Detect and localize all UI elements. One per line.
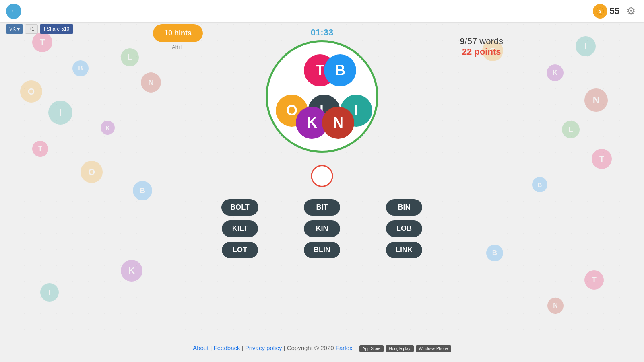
about-link[interactable]: About [193,344,208,351]
word-BOLT: BOLT [221,199,258,216]
heart-icon: ♥ [17,26,20,32]
coin-icon: $ [593,4,607,19]
back-icon: ← [10,7,17,15]
footer: About | Feedback | Privacy policy | Copy… [0,344,644,352]
settings-button[interactable]: ⚙ [623,4,638,19]
word-BIN: BIN [386,199,422,216]
timer: 01:33 [311,27,333,38]
settings-icon: ⚙ [626,5,636,17]
coin-count: 55 [610,6,619,16]
word-BLIN: BLIN [304,242,340,258]
windows-store-badge[interactable]: Windows Phone [416,345,451,352]
header: ← $ 55 ⚙ [0,0,644,22]
farlex-link[interactable]: Farlex [336,344,353,351]
word-KILT: KILT [222,220,258,237]
word-KIN: KIN [304,220,340,237]
total-words: 57 [467,36,477,46]
word-LOT: LOT [222,242,258,258]
footer-sep1: | [211,344,214,351]
found-words-grid: BOLT BIT BIN KILT KIN LOB LOT BLIN LINK [201,199,443,258]
vk-label: VK [9,26,16,32]
letter-B[interactable]: B [324,54,356,86]
word-BIT: BIT [304,199,340,216]
header-right: $ 55 ⚙ [593,4,638,19]
coin-svg: $ [596,7,604,15]
fb-icon: f [44,26,45,32]
svg-text:$: $ [599,9,601,14]
plus-button[interactable]: +1 [25,24,38,34]
footer-sep4: | [354,344,356,351]
input-circle [311,165,333,187]
score-area: 9/57 words 22 points [460,36,503,57]
feedback-link[interactable]: Feedback [214,344,240,351]
word-LOB: LOB [386,220,422,237]
hints-button[interactable]: 10 hints [153,24,203,42]
words-suffix: words [477,36,503,46]
points-suffix: points [472,47,501,57]
hints-shortcut: Alt+L [172,44,184,50]
footer-copyright: | Copyright © 2020 [284,344,334,351]
coins-display: $ 55 [593,4,619,19]
words-count: 9/57 words [460,36,503,47]
letter-N[interactable]: N [322,107,354,139]
privacy-link[interactable]: Privacy policy [245,344,282,351]
social-bar: VK ♥ +1 f Share 510 [6,24,73,34]
google-store-badge[interactable]: Google play [386,345,413,352]
store-badges: App Store Google play Windows Phone [359,345,451,352]
current-words: 9 [460,36,464,46]
plus-label: +1 [29,26,34,32]
apple-store-badge[interactable]: App Store [359,345,384,352]
footer-sep2: | [242,344,245,351]
vk-button[interactable]: VK ♥ [6,24,23,34]
points-value: 22 [462,47,472,57]
header-left: ← [6,4,21,19]
fb-share-count: 510 [61,26,69,32]
points-display: 22 points [460,47,503,57]
wheel-container: T B O L I K N [266,40,378,153]
hints-container: 10 hints Alt+L [153,24,203,50]
facebook-share-button[interactable]: f Share 510 [40,24,73,34]
letter-wheel[interactable]: T B O L I K N [266,40,378,153]
fb-share-label: Share [47,26,60,32]
back-button[interactable]: ← [6,4,21,19]
word-LINK: LINK [386,242,422,258]
